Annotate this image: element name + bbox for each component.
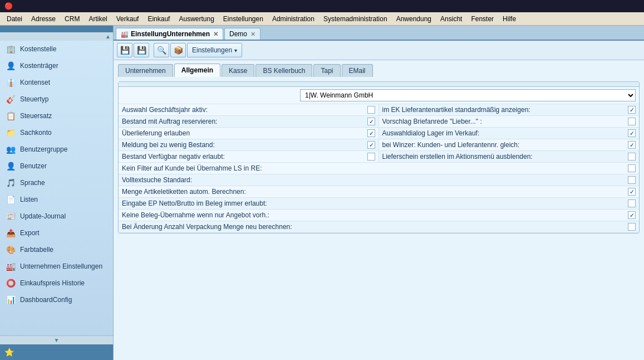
form-row-4-right-checkbox[interactable] (628, 153, 636, 160)
menu-item-artikel[interactable]: Artikel (84, 14, 111, 24)
sidebar-item-sprache[interactable]: 🎵Sprache (0, 174, 113, 191)
single-row-2-label: Menge Artikeletiketten autom. Berechnen: (122, 188, 628, 196)
sidebar-item-steuersatz[interactable]: 📋Steuersatz (0, 108, 113, 124)
sidebar-item-label-11: Export (20, 229, 40, 237)
menu-item-hilfe[interactable]: Hilfe (498, 14, 520, 24)
form-row-4-left-checkbox[interactable] (367, 153, 375, 160)
sidebar-item-dashboardconfig[interactable]: 📊DashboardConfig (0, 291, 113, 308)
inner-tab-unternehmen[interactable]: Unternehmen (118, 64, 173, 77)
inner-tab-email[interactable]: EMail (342, 64, 373, 77)
tab-close-1[interactable]: ✕ (250, 31, 255, 38)
form-row-1-right: Vorschlag Briefanrede "Lieber..." : (379, 116, 640, 127)
single-row-1-label: Volltextsuche Standard: (122, 176, 628, 184)
sidebar-item-einkaufspreis-historie[interactable]: ⭕Einkaufspreis Historie (0, 275, 113, 291)
sidebar-item-steuertyp[interactable]: 🎸Steuertyp (0, 91, 113, 108)
mandant-select[interactable]: 1|W. Weinmann GmbH (300, 89, 636, 101)
menu-item-verkauf[interactable]: Verkauf (112, 14, 144, 24)
sidebar-scroll-down[interactable]: ▼ (0, 335, 113, 344)
dropdown-arrow: ▾ (234, 47, 237, 53)
sidebar-item-icon-13: 🏭 (4, 260, 17, 273)
app-icon: 🔴 (4, 2, 13, 10)
toolbar-button-1[interactable]: 💾 (134, 43, 149, 57)
inner-tab-kasse[interactable]: Kasse (222, 64, 254, 77)
sidebar-item-sachkonto[interactable]: 📁Sachkonto (0, 124, 113, 141)
sidebar-item-label-9: Listen (20, 196, 38, 203)
form-row-3-right-checkbox[interactable]: ✓ (628, 141, 636, 149)
sidebar-item-listen[interactable]: 📄Listen (0, 191, 113, 208)
menu-item-ansicht[interactable]: Ansicht (436, 14, 466, 24)
single-row-3-label: Eingabe EP Netto/Brutto im Beleg immer e… (122, 200, 628, 207)
single-row-0-checkbox[interactable] (628, 164, 636, 172)
inner-tab-allgemein[interactable]: Allgemein (174, 64, 220, 77)
inner-tabs: UnternehmenAllgemeinKasseBS KellerbuchTa… (114, 60, 644, 77)
sidebar-item-label-4: Steuersatz (20, 112, 52, 120)
sidebar-favorites[interactable]: ⭐ (0, 344, 113, 360)
single-row-2-checkbox[interactable]: ✓ (628, 188, 636, 196)
single-row-4: Keine Beleg-Übernahme wenn nur Angebot v… (119, 210, 639, 221)
menu-item-einkauf[interactable]: Einkauf (143, 14, 174, 24)
menu-item-einstellungen[interactable]: Einstellungen (219, 14, 268, 24)
single-row-4-checkbox[interactable]: ✓ (628, 211, 636, 219)
form-row-0-left-checkbox[interactable] (367, 106, 375, 114)
sidebar-item-benutzer[interactable]: 👤Benutzer (0, 158, 113, 174)
sidebar-item-icon-4: 📋 (4, 110, 17, 122)
sidebar-item-icon-7: 👤 (4, 160, 17, 172)
sidebar-item-unternehmen-einstellungen[interactable]: 🏭Unternehmen Einstellungen (0, 258, 113, 275)
form-row-1-left-checkbox[interactable]: ✓ (367, 118, 375, 125)
sidebar-items: 🏢Kostenstelle👤Kostenträger👔Kontenset🎸Ste… (0, 41, 113, 335)
tab-close-0[interactable]: ✕ (213, 31, 218, 38)
single-row-5: Bei Änderung Anzahl Verpackung Menge neu… (119, 221, 639, 233)
sidebar-item-benutzergruppe[interactable]: 👥Benutzergruppe (0, 141, 113, 158)
sidebar-item-label-5: Sachkonto (20, 129, 52, 137)
sidebar-item-kostenstelle[interactable]: 🏢Kostenstelle (0, 41, 113, 57)
sidebar-scroll-up[interactable]: ▲ (105, 33, 111, 40)
menu-item-crm[interactable]: CRM (60, 14, 84, 24)
sidebar-item-label-8: Sprache (20, 179, 45, 187)
tab-label-0: EinstellungUnternehmen (131, 30, 210, 38)
menu-item-datei[interactable]: Datei (2, 14, 27, 24)
single-row-5-label: Bei Änderung Anzahl Verpackung Menge neu… (122, 223, 628, 231)
sidebar-item-icon-14: ⭕ (4, 277, 17, 289)
sidebar-item-icon-3: 🎸 (4, 93, 17, 105)
form-row-0-right-checkbox[interactable]: ✓ (628, 106, 636, 114)
toolbar-button-0[interactable]: 💾 (117, 43, 132, 57)
menu-item-systemadministration[interactable]: Systemadministration (319, 14, 392, 24)
toolbar-button-3[interactable]: 📦 (170, 43, 186, 57)
sidebar-item-label-15: DashboardConfig (20, 296, 72, 304)
sidebar-item-label-2: Kontenset (20, 79, 50, 86)
form-row-2-right-checkbox[interactable]: ✓ (628, 129, 636, 137)
form-row-2-left-label: Überlieferung erlauben (122, 129, 367, 137)
menu-item-anwendung[interactable]: Anwendung (392, 14, 436, 24)
menu-item-adresse[interactable]: Adresse (27, 14, 60, 24)
tab-demo[interactable]: Demo✕ (224, 28, 260, 40)
sidebar-item-kontenset[interactable]: 👔Kontenset (0, 74, 113, 91)
sidebar-item-update-journal[interactable]: 📰Update-Journal (0, 208, 113, 225)
sidebar-item-kostentr-ger[interactable]: 👤Kostenträger (0, 57, 113, 74)
tab-icon-0: 🏭 (121, 31, 129, 38)
sidebar-item-farbtabelle[interactable]: 🎨Farbtabelle (0, 241, 113, 258)
form-row-2-right-label: Auswahldialog Lager im Verkauf: (382, 129, 628, 137)
menu-item-fenster[interactable]: Fenster (466, 14, 498, 24)
form-row-3-left: Meldung bei zu wenig Bestand: ✓ (119, 139, 379, 150)
inner-tab-tapi[interactable]: Tapi (313, 64, 340, 77)
toolbar: 💾💾🔍📦Einstellungen▾ (114, 41, 644, 60)
single-row-1-checkbox[interactable] (628, 176, 636, 184)
single-row-3-checkbox[interactable] (628, 200, 636, 207)
sidebar-item-export[interactable]: 📤Export (0, 225, 113, 241)
menu-item-auswertung[interactable]: Auswertung (174, 14, 218, 24)
tab-einstellungunternehmen[interactable]: 🏭EinstellungUnternehmen✕ (116, 28, 223, 40)
inner-tab-bs-kellerbuch[interactable]: BS Kellerbuch (255, 64, 312, 77)
toolbar-button-2[interactable]: 🔍 (154, 43, 169, 57)
form-row-4-left-label: Bestand Verfügbar negativ erlaubt: (122, 153, 367, 160)
toolbar-einstellungen-dropdown[interactable]: Einstellungen▾ (187, 43, 242, 57)
form-row-2-left-checkbox[interactable]: ✓ (367, 129, 375, 137)
form-row-0-left-label: Auswahl Geschäftsjahr aktiv: (122, 106, 367, 114)
form-content: 1|W. Weinmann GmbH Auswahl Geschäftsjahr… (119, 87, 639, 233)
menu-item-administration[interactable]: Administration (268, 14, 319, 24)
single-rows: Kein Filter auf Kunde bei Übernahme LS i… (119, 163, 639, 233)
single-row-5-checkbox[interactable] (628, 223, 636, 231)
menu-bar: DateiAdresseCRMArtikelVerkaufEinkaufAusw… (0, 12, 644, 26)
form-row-3-left-checkbox[interactable]: ✓ (367, 141, 375, 149)
form-row-1-right-checkbox[interactable] (628, 118, 636, 125)
two-col-rows: Auswahl Geschäftsjahr aktiv: im EK Liefe… (119, 104, 639, 163)
